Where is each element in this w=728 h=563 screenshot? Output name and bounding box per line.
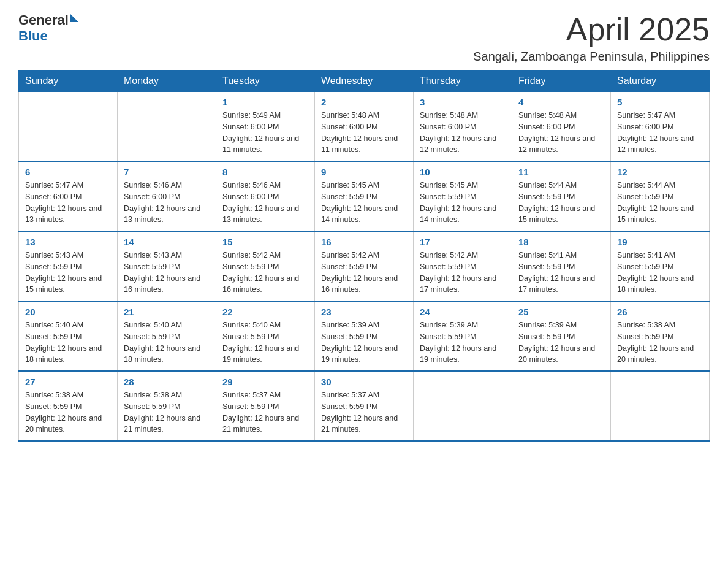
day-info: Sunrise: 5:38 AMSunset: 5:59 PMDaylight:…: [25, 389, 111, 435]
day-info: Sunrise: 5:44 AMSunset: 5:59 PMDaylight:…: [518, 180, 604, 226]
day-info: Sunrise: 5:48 AMSunset: 6:00 PMDaylight:…: [321, 110, 407, 156]
logo-blue: Blue: [18, 28, 48, 44]
week-row-2: 6Sunrise: 5:47 AMSunset: 6:00 PMDaylight…: [19, 161, 710, 231]
calendar-cell: 26Sunrise: 5:38 AMSunset: 5:59 PMDayligh…: [611, 301, 710, 371]
day-info: Sunrise: 5:45 AMSunset: 5:59 PMDaylight:…: [321, 180, 407, 226]
day-info: Sunrise: 5:48 AMSunset: 6:00 PMDaylight:…: [420, 110, 506, 156]
calendar-cell: 10Sunrise: 5:45 AMSunset: 5:59 PMDayligh…: [414, 161, 512, 231]
week-row-4: 20Sunrise: 5:40 AMSunset: 5:59 PMDayligh…: [19, 301, 710, 371]
week-row-1: 1Sunrise: 5:49 AMSunset: 6:00 PMDaylight…: [19, 92, 710, 162]
day-number: 21: [124, 307, 210, 317]
day-number: 28: [124, 377, 210, 387]
day-number: 8: [222, 167, 308, 177]
calendar-cell: 25Sunrise: 5:39 AMSunset: 5:59 PMDayligh…: [512, 301, 611, 371]
day-info: Sunrise: 5:45 AMSunset: 5:59 PMDaylight:…: [420, 180, 506, 226]
day-number: 5: [617, 97, 703, 107]
day-number: 6: [25, 167, 111, 177]
day-info: Sunrise: 5:43 AMSunset: 5:59 PMDaylight:…: [25, 250, 111, 296]
day-info: Sunrise: 5:42 AMSunset: 5:59 PMDaylight:…: [222, 250, 308, 296]
calendar-cell: 17Sunrise: 5:42 AMSunset: 5:59 PMDayligh…: [414, 231, 512, 301]
day-number: 20: [25, 307, 111, 317]
day-number: 14: [124, 237, 210, 247]
calendar-cell: 5Sunrise: 5:47 AMSunset: 6:00 PMDaylight…: [611, 92, 710, 162]
day-number: 25: [518, 307, 604, 317]
day-info: Sunrise: 5:41 AMSunset: 5:59 PMDaylight:…: [518, 250, 604, 296]
calendar-cell: 7Sunrise: 5:46 AMSunset: 6:00 PMDaylight…: [118, 161, 216, 231]
week-row-5: 27Sunrise: 5:38 AMSunset: 5:59 PMDayligh…: [19, 371, 710, 441]
weekday-header-thursday: Thursday: [414, 71, 512, 92]
day-info: Sunrise: 5:39 AMSunset: 5:59 PMDaylight:…: [321, 320, 407, 366]
weekday-header-saturday: Saturday: [611, 71, 710, 92]
day-info: Sunrise: 5:46 AMSunset: 6:00 PMDaylight:…: [124, 180, 210, 226]
calendar-cell: 18Sunrise: 5:41 AMSunset: 5:59 PMDayligh…: [512, 231, 611, 301]
day-info: Sunrise: 5:42 AMSunset: 5:59 PMDaylight:…: [321, 250, 407, 296]
calendar-cell: 19Sunrise: 5:41 AMSunset: 5:59 PMDayligh…: [611, 231, 710, 301]
day-info: Sunrise: 5:48 AMSunset: 6:00 PMDaylight:…: [518, 110, 604, 156]
calendar-cell: 12Sunrise: 5:44 AMSunset: 5:59 PMDayligh…: [611, 161, 710, 231]
day-number: 30: [321, 377, 407, 387]
day-info: Sunrise: 5:40 AMSunset: 5:59 PMDaylight:…: [25, 320, 111, 366]
calendar-cell: 1Sunrise: 5:49 AMSunset: 6:00 PMDaylight…: [216, 92, 315, 162]
calendar-cell: 16Sunrise: 5:42 AMSunset: 5:59 PMDayligh…: [315, 231, 414, 301]
day-info: Sunrise: 5:47 AMSunset: 6:00 PMDaylight:…: [617, 110, 703, 156]
calendar-cell: 13Sunrise: 5:43 AMSunset: 5:59 PMDayligh…: [19, 231, 118, 301]
day-number: 10: [420, 167, 506, 177]
calendar-cell: 4Sunrise: 5:48 AMSunset: 6:00 PMDaylight…: [512, 92, 611, 162]
day-number: 11: [518, 167, 604, 177]
day-number: 9: [321, 167, 407, 177]
calendar-cell: 22Sunrise: 5:40 AMSunset: 5:59 PMDayligh…: [216, 301, 315, 371]
weekday-header-sunday: Sunday: [19, 71, 118, 92]
day-info: Sunrise: 5:49 AMSunset: 6:00 PMDaylight:…: [222, 110, 308, 156]
location-title: Sangali, Zamboanga Peninsula, Philippine…: [473, 50, 710, 64]
day-number: 26: [617, 307, 703, 317]
day-number: 29: [222, 377, 308, 387]
day-number: 23: [321, 307, 407, 317]
day-number: 12: [617, 167, 703, 177]
calendar-cell: 20Sunrise: 5:40 AMSunset: 5:59 PMDayligh…: [19, 301, 118, 371]
title-area: April 2025 Sangali, Zamboanga Peninsula,…: [473, 12, 710, 64]
day-number: 27: [25, 377, 111, 387]
calendar-cell: [118, 92, 216, 162]
day-number: 22: [222, 307, 308, 317]
calendar-cell: 27Sunrise: 5:38 AMSunset: 5:59 PMDayligh…: [19, 371, 118, 441]
calendar-cell: 30Sunrise: 5:37 AMSunset: 5:59 PMDayligh…: [315, 371, 414, 441]
day-number: 18: [518, 237, 604, 247]
day-info: Sunrise: 5:40 AMSunset: 5:59 PMDaylight:…: [222, 320, 308, 366]
day-info: Sunrise: 5:40 AMSunset: 5:59 PMDaylight:…: [124, 320, 210, 366]
day-info: Sunrise: 5:39 AMSunset: 5:59 PMDaylight:…: [420, 320, 506, 366]
header: General Blue April 2025 Sangali, Zamboan…: [18, 12, 710, 64]
day-number: 1: [222, 97, 308, 107]
day-number: 16: [321, 237, 407, 247]
calendar-cell: 11Sunrise: 5:44 AMSunset: 5:59 PMDayligh…: [512, 161, 611, 231]
day-number: 7: [124, 167, 210, 177]
calendar-cell: 15Sunrise: 5:42 AMSunset: 5:59 PMDayligh…: [216, 231, 315, 301]
calendar-table: SundayMondayTuesdayWednesdayThursdayFrid…: [18, 70, 710, 442]
day-info: Sunrise: 5:42 AMSunset: 5:59 PMDaylight:…: [420, 250, 506, 296]
day-info: Sunrise: 5:38 AMSunset: 5:59 PMDaylight:…: [617, 320, 703, 366]
calendar-cell: [19, 92, 118, 162]
day-info: Sunrise: 5:41 AMSunset: 5:59 PMDaylight:…: [617, 250, 703, 296]
day-number: 4: [518, 97, 604, 107]
calendar-cell: 9Sunrise: 5:45 AMSunset: 5:59 PMDaylight…: [315, 161, 414, 231]
calendar-cell: [611, 371, 710, 441]
day-info: Sunrise: 5:46 AMSunset: 6:00 PMDaylight:…: [222, 180, 308, 226]
calendar-cell: 24Sunrise: 5:39 AMSunset: 5:59 PMDayligh…: [414, 301, 512, 371]
calendar-cell: 8Sunrise: 5:46 AMSunset: 6:00 PMDaylight…: [216, 161, 315, 231]
weekday-header-row: SundayMondayTuesdayWednesdayThursdayFrid…: [19, 71, 710, 92]
day-number: 17: [420, 237, 506, 247]
weekday-header-friday: Friday: [512, 71, 611, 92]
calendar-cell: 21Sunrise: 5:40 AMSunset: 5:59 PMDayligh…: [118, 301, 216, 371]
calendar-cell: 2Sunrise: 5:48 AMSunset: 6:00 PMDaylight…: [315, 92, 414, 162]
day-number: 13: [25, 237, 111, 247]
day-number: 19: [617, 237, 703, 247]
calendar-cell: 29Sunrise: 5:37 AMSunset: 5:59 PMDayligh…: [216, 371, 315, 441]
day-number: 3: [420, 97, 506, 107]
day-info: Sunrise: 5:37 AMSunset: 5:59 PMDaylight:…: [222, 389, 308, 435]
calendar-cell: 23Sunrise: 5:39 AMSunset: 5:59 PMDayligh…: [315, 301, 414, 371]
weekday-header-tuesday: Tuesday: [216, 71, 315, 92]
day-info: Sunrise: 5:38 AMSunset: 5:59 PMDaylight:…: [124, 389, 210, 435]
month-title: April 2025: [473, 12, 710, 47]
day-info: Sunrise: 5:47 AMSunset: 6:00 PMDaylight:…: [25, 180, 111, 226]
logo-triangle-icon: [70, 13, 78, 22]
day-info: Sunrise: 5:37 AMSunset: 5:59 PMDaylight:…: [321, 389, 407, 435]
